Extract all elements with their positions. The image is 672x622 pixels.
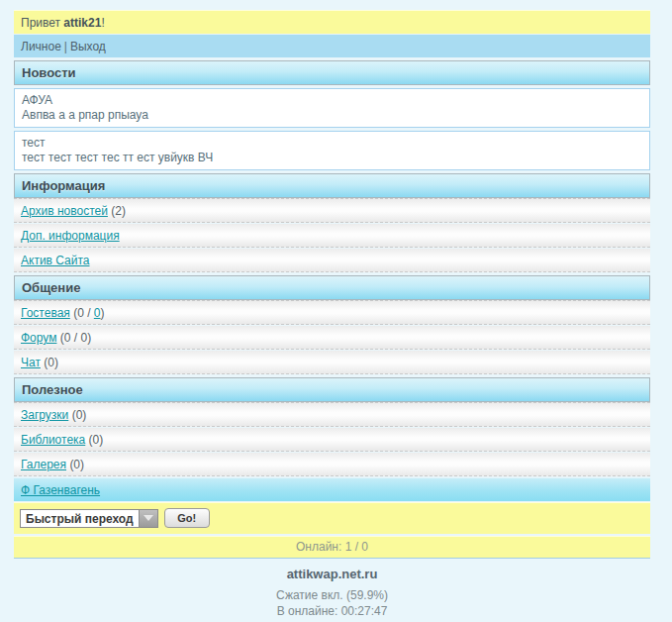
news-item: тест тест тест тест тес тт ест увйукв ВЧ: [14, 131, 650, 170]
menu-item-downloads[interactable]: Загрузки (0): [14, 402, 650, 427]
guestbook-new-count[interactable]: 0: [94, 306, 101, 320]
footer: attikwap.net.ru Сжатие вкл. (59.9%) В он…: [14, 559, 650, 622]
menu-item-guestbook[interactable]: Гостевая (0 / 0): [14, 300, 650, 325]
section-header-comm: Общение: [14, 275, 650, 300]
personal-bar: Личное|Выход: [14, 34, 650, 57]
go-button[interactable]: Go!: [164, 508, 210, 528]
menu-item-extra-info[interactable]: Доп. информация: [14, 224, 650, 248]
quick-jump-select[interactable]: Быстрый переход: [20, 509, 158, 528]
menu-item-gazen[interactable]: Ф Газенвагень: [14, 477, 650, 501]
news-item: АФУА Авпва а а рпар рпыауа: [14, 88, 650, 128]
chat-count: (0): [44, 356, 58, 369]
personal-link[interactable]: Личное: [21, 40, 61, 53]
menu-item-chat[interactable]: Чат (0): [14, 351, 650, 374]
news-archive-count: (2): [111, 204, 126, 218]
username: attik21: [63, 16, 101, 30]
menu-item-gallery[interactable]: Галерея (0): [14, 453, 650, 476]
logout-link[interactable]: Выход: [70, 40, 106, 53]
compression-info: Сжатие вкл. (59.9%): [14, 587, 650, 603]
downloads-link[interactable]: Загрузки: [21, 408, 68, 422]
hello-bar: Привет attik21!: [14, 10, 650, 34]
page-container: Привет attik21! Личное|Выход Новости АФУ…: [14, 10, 650, 622]
forum-link[interactable]: Форум: [21, 331, 56, 345]
guestbook-link[interactable]: Гостевая: [21, 306, 70, 320]
online-status-bar: Онлайн: 1 / 0: [14, 536, 650, 559]
section-header-news: Новости: [14, 60, 650, 85]
news-item-title: тест: [22, 136, 642, 151]
gallery-count: (0): [69, 458, 84, 471]
online-time-info: В онлайне: 00:27:47: [14, 603, 650, 619]
gallery-link[interactable]: Галерея: [21, 458, 66, 471]
news-item-title: АФУА: [22, 93, 642, 108]
menu-item-news-archive[interactable]: Архив новостей (2): [14, 198, 650, 223]
news-item-body: тест тест тест тес тт ест увйукв ВЧ: [22, 151, 642, 165]
section-header-useful: Полезное: [14, 377, 650, 402]
menu-item-library[interactable]: Библиотека (0): [14, 428, 650, 452]
chat-link[interactable]: Чат: [21, 356, 41, 369]
menu-item-forum[interactable]: Форум (0 / 0): [14, 326, 650, 350]
library-link[interactable]: Библиотека: [21, 433, 85, 447]
menu-item-site-activity[interactable]: Актив Сайта: [14, 249, 650, 272]
greeting-exclaim: !: [101, 16, 104, 30]
personal-separator: |: [61, 40, 70, 53]
greeting-text: Привет: [21, 16, 63, 30]
chevron-down-icon[interactable]: [139, 509, 158, 528]
site-activity-link[interactable]: Актив Сайта: [21, 254, 90, 267]
extra-info-link[interactable]: Доп. информация: [21, 229, 120, 243]
quick-jump-selected-option: Быстрый переход: [20, 509, 139, 528]
forum-count: (0 / 0): [60, 331, 91, 345]
quick-jump-bar: Быстрый переход Go!: [14, 502, 650, 534]
downloads-count: (0): [72, 408, 87, 422]
site-name: attikwap.net.ru: [14, 567, 650, 587]
guestbook-count-open: (0 /: [73, 306, 94, 320]
section-header-info: Информация: [14, 173, 650, 198]
library-count: (0): [89, 433, 104, 447]
guestbook-count-close: ): [101, 306, 105, 320]
news-item-body: Авпва а а рпар рпыауа: [22, 108, 642, 123]
news-archive-link[interactable]: Архив новостей: [21, 204, 108, 218]
gazen-link[interactable]: Ф Газенвагень: [21, 483, 100, 497]
